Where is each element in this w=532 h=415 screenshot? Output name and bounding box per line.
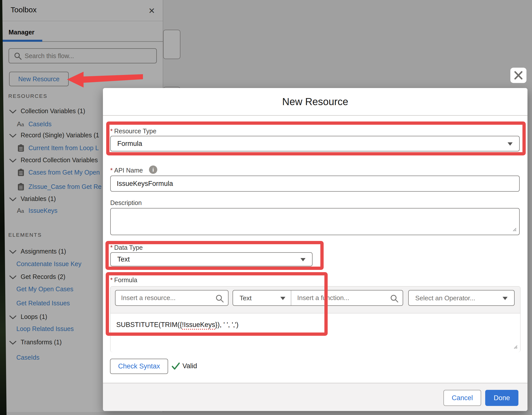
done-button[interactable]: Done <box>485 390 518 406</box>
insert-resource-combobox[interactable] <box>115 290 229 306</box>
syntax-valid-status: Valid <box>171 362 181 372</box>
new-resource-modal: New Resource *Resource Type Formula *API… <box>103 88 527 411</box>
description-field[interactable] <box>110 208 520 235</box>
check-icon <box>171 362 181 371</box>
resource-type-select[interactable]: Formula <box>110 136 520 151</box>
search-icon <box>390 294 399 304</box>
modal-footer: Cancel Done <box>103 383 527 411</box>
description-label: Description <box>110 199 142 206</box>
chevron-down-icon <box>508 142 513 146</box>
data-type-value: Text <box>117 256 130 263</box>
resize-handle-icon[interactable] <box>511 226 517 233</box>
formula-label: *Formula <box>110 276 137 284</box>
resource-type-value: Formula <box>117 140 142 148</box>
info-icon[interactable]: i <box>149 165 157 174</box>
required-asterisk: * <box>110 128 113 135</box>
insert-function-input[interactable] <box>297 290 382 305</box>
misspelled-token: !IssueKeys <box>182 321 215 330</box>
insert-function-combobox[interactable] <box>291 290 403 306</box>
function-category-value: Text <box>240 294 252 302</box>
formula-editor: Text Select an Operator... SUBSTITUTE(TR… <box>110 286 520 352</box>
formula-expression: SUBSTITUTE(TRIM({!IssueKeys}), ' ', ',') <box>116 321 239 329</box>
operator-placeholder: Select an Operator... <box>415 294 475 302</box>
api-name-label: *API Name i <box>110 167 143 174</box>
required-asterisk: * <box>110 244 113 251</box>
resize-handle-icon[interactable] <box>512 344 518 350</box>
search-icon <box>215 294 224 304</box>
chevron-down-icon <box>280 297 285 300</box>
api-name-input[interactable] <box>116 176 514 191</box>
chevron-down-icon <box>300 258 306 261</box>
cancel-button[interactable]: Cancel <box>443 390 481 406</box>
modal-title: New Resource <box>103 96 527 107</box>
required-asterisk: * <box>110 276 113 283</box>
operator-select[interactable]: Select an Operator... <box>408 290 515 306</box>
resource-type-label: *Resource Type <box>110 128 156 135</box>
data-type-select[interactable]: Text <box>110 252 313 266</box>
formula-textarea[interactable]: SUBSTITUTE(TRIM({!IssueKeys}), ' ', ',') <box>110 313 520 352</box>
api-name-field[interactable] <box>110 176 520 192</box>
formula-toolbar: Text Select an Operator... <box>110 286 520 313</box>
flow-builder-screen: Toolbox ✕ Manager New Resource RESOURCES… <box>0 0 532 415</box>
modal-close-button[interactable] <box>510 68 526 83</box>
description-textarea[interactable] <box>116 209 514 235</box>
function-category-select[interactable]: Text <box>233 290 291 306</box>
valid-label: Valid <box>182 362 197 370</box>
close-icon <box>510 68 526 83</box>
insert-resource-input[interactable] <box>121 290 209 305</box>
chevron-down-icon <box>503 297 508 300</box>
required-asterisk: * <box>110 167 113 174</box>
modal-header: New Resource <box>103 88 527 116</box>
data-type-label: *Data Type <box>110 244 143 251</box>
check-syntax-button[interactable]: Check Syntax <box>110 359 168 374</box>
